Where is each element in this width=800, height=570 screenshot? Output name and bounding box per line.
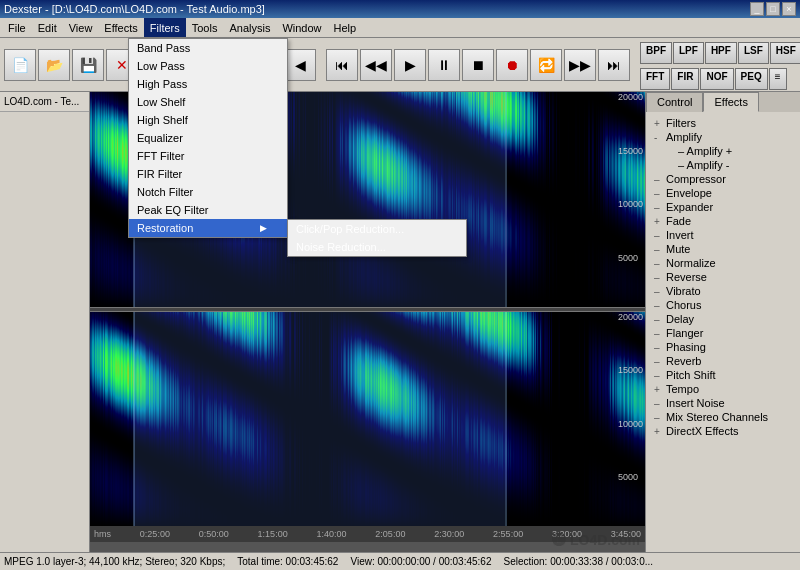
nof-btn[interactable]: NOF xyxy=(700,68,733,90)
tab-control[interactable]: Control xyxy=(646,92,703,112)
fft-btn[interactable]: FFT xyxy=(640,68,670,90)
status-bar: MPEG 1.0 layer-3; 44,100 kHz; Stereo; 32… xyxy=(0,552,800,570)
toolbar-new-btn[interactable]: 📄 xyxy=(4,49,36,81)
tree-reverse[interactable]: – Reverse xyxy=(650,270,796,284)
tree-directx[interactable]: + DirectX Effects xyxy=(650,424,796,438)
toolbar-save-btn[interactable]: 💾 xyxy=(72,49,104,81)
toolbar-record-btn[interactable]: ⏺ xyxy=(496,49,528,81)
tree-normalize[interactable]: – Normalize xyxy=(650,256,796,270)
toolbar-pause-btn[interactable]: ⏸ xyxy=(428,49,460,81)
minimize-button[interactable]: _ xyxy=(750,2,764,16)
menu-notch-filter[interactable]: Notch Filter xyxy=(129,183,287,201)
tree-phasing[interactable]: – Phasing xyxy=(650,340,796,354)
menu-filters[interactable]: Filters xyxy=(144,18,186,37)
restoration-submenu: Click/Pop Reduction... Noise Reduction..… xyxy=(287,219,467,257)
tree-vibrato[interactable]: – Vibrato xyxy=(650,284,796,298)
tree-insert-noise[interactable]: – Insert Noise xyxy=(650,396,796,410)
bpf-btn[interactable]: BPF xyxy=(640,42,672,64)
menu-edit[interactable]: Edit xyxy=(32,18,63,37)
tree-fade[interactable]: + Fade xyxy=(650,214,796,228)
tree-invert[interactable]: – Invert xyxy=(650,228,796,242)
toolbar-skip-back-btn[interactable]: ⏮ xyxy=(326,49,358,81)
timeline-1_40: 1:40:00 xyxy=(316,529,346,539)
menu-low-shelf[interactable]: Low Shelf xyxy=(129,93,287,111)
maximize-button[interactable]: □ xyxy=(766,2,780,16)
close-button[interactable]: × xyxy=(782,2,796,16)
filters-menu: Band Pass Low Pass High Pass Low Shelf H… xyxy=(128,38,288,238)
filter-btn-row1: BPF LPF HPF LSF HSF xyxy=(640,42,800,64)
menu-fft-filter[interactable]: FFT Filter xyxy=(129,147,287,165)
toolbar-group-transport: ⏮ ◀◀ ▶ ⏸ ⏹ ⏺ 🔁 ▶▶ ⏭ xyxy=(326,49,630,81)
toolbar-stop-btn[interactable]: ⏹ xyxy=(462,49,494,81)
timeline-2_30: 2:30:00 xyxy=(434,529,464,539)
tree-pitch-shift[interactable]: – Pitch Shift xyxy=(650,368,796,382)
tree-chorus[interactable]: – Chorus xyxy=(650,298,796,312)
right-panel: Control Effects + Filters - Amplify – Am… xyxy=(645,92,800,552)
menu-band-pass[interactable]: Band Pass xyxy=(129,39,287,57)
menu-view[interactable]: View xyxy=(63,18,99,37)
menu-equalizer[interactable]: Equalizer xyxy=(129,129,287,147)
watermark: 🅛 LO4D.com xyxy=(552,532,640,548)
status-format: MPEG 1.0 layer-3; 44,100 kHz; Stereo; 32… xyxy=(4,556,225,567)
menu-file[interactable]: File xyxy=(2,18,32,37)
timeline-1_15: 1:15:00 xyxy=(258,529,288,539)
title-bar: Dexster - [D:\LO4D.com\LO4D.com - Test A… xyxy=(0,0,800,18)
toolbar-group-filters: BPF LPF HPF LSF HSF FFT FIR NOF PEQ ≡ xyxy=(640,40,800,90)
menu-high-shelf[interactable]: High Shelf xyxy=(129,111,287,129)
tab-effects[interactable]: Effects xyxy=(703,92,758,112)
menu-click-pop[interactable]: Click/Pop Reduction... xyxy=(288,220,466,238)
menu-analysis[interactable]: Analysis xyxy=(223,18,276,37)
menu-effects[interactable]: Effects xyxy=(98,18,143,37)
restoration-label: Restoration xyxy=(137,222,193,234)
menu-high-pass[interactable]: High Pass xyxy=(129,75,287,93)
toolbar-loop-btn[interactable]: 🔁 xyxy=(530,49,562,81)
menu-noise-reduction[interactable]: Noise Reduction... xyxy=(288,238,466,256)
lpf-btn[interactable]: LPF xyxy=(673,42,704,64)
toolbar-play-prev-btn[interactable]: ◀ xyxy=(284,49,316,81)
toolbar-rewind-btn[interactable]: ◀◀ xyxy=(360,49,392,81)
window-title: Dexster - [D:\LO4D.com\LO4D.com - Test A… xyxy=(4,3,265,15)
tree-reverb[interactable]: – Reverb xyxy=(650,354,796,368)
tree-tempo[interactable]: + Tempo xyxy=(650,382,796,396)
timeline-0_25: 0:25:00 xyxy=(140,529,170,539)
extra-btn[interactable]: ≡ xyxy=(769,68,787,90)
menu-low-pass[interactable]: Low Pass xyxy=(129,57,287,75)
menu-help[interactable]: Help xyxy=(328,18,363,37)
tree-compressor[interactable]: – Compressor xyxy=(650,172,796,186)
tree-amplify-minus[interactable]: – Amplify - xyxy=(662,158,796,172)
timeline-2_05: 2:05:00 xyxy=(375,529,405,539)
tree-amplify[interactable]: - Amplify xyxy=(650,130,796,144)
toolbar-group-file: 📄 📂 💾 ✕ xyxy=(4,49,138,81)
tree-envelope[interactable]: – Envelope xyxy=(650,186,796,200)
track-name: LO4D.com - Te... xyxy=(4,96,79,107)
panel-tabs: Control Effects xyxy=(646,92,800,112)
menu-restoration[interactable]: Restoration ▶ Click/Pop Reduction... Noi… xyxy=(129,219,287,237)
peq-btn[interactable]: PEQ xyxy=(735,68,768,90)
menu-tools[interactable]: Tools xyxy=(186,18,224,37)
hpf-btn[interactable]: HPF xyxy=(705,42,737,64)
toolbar-skip-fwd-btn[interactable]: ⏭ xyxy=(598,49,630,81)
status-selection: Selection: 00:00:33:38 / 00:03:0... xyxy=(503,556,653,567)
tree-flanger[interactable]: – Flanger xyxy=(650,326,796,340)
timeline-0_50: 0:50:00 xyxy=(199,529,229,539)
tree-delay[interactable]: – Delay xyxy=(650,312,796,326)
tree-mute[interactable]: – Mute xyxy=(650,242,796,256)
fir-btn[interactable]: FIR xyxy=(671,68,699,90)
effects-tree: + Filters - Amplify – Amplify + – Amplif… xyxy=(646,112,800,552)
toolbar: 📄 📂 💾 ✕ 〜 ≡ ∿ ▬ ◀ ⏮ ◀◀ ▶ ⏸ ⏹ ⏺ 🔁 ▶▶ ⏭ BP… xyxy=(0,38,800,92)
tree-mix-stereo[interactable]: – Mix Stereo Channels xyxy=(650,410,796,424)
menu-fir-filter[interactable]: FIR Filter xyxy=(129,165,287,183)
menu-bar: File Edit View Effects Filters Tools Ana… xyxy=(0,18,800,38)
lsf-btn[interactable]: LSF xyxy=(738,42,769,64)
toolbar-open-btn[interactable]: 📂 xyxy=(38,49,70,81)
tree-filters[interactable]: + Filters xyxy=(650,116,796,130)
timeline-2_55: 2:55:00 xyxy=(493,529,523,539)
hsf-btn[interactable]: HSF xyxy=(770,42,800,64)
tree-amplify-plus[interactable]: – Amplify + xyxy=(662,144,796,158)
track-label: LO4D.com - Te... xyxy=(0,92,89,112)
menu-peak-eq[interactable]: Peak EQ Filter xyxy=(129,201,287,219)
toolbar-ff-btn[interactable]: ▶▶ xyxy=(564,49,596,81)
tree-expander[interactable]: – Expander xyxy=(650,200,796,214)
toolbar-play-btn[interactable]: ▶ xyxy=(394,49,426,81)
menu-window[interactable]: Window xyxy=(276,18,327,37)
